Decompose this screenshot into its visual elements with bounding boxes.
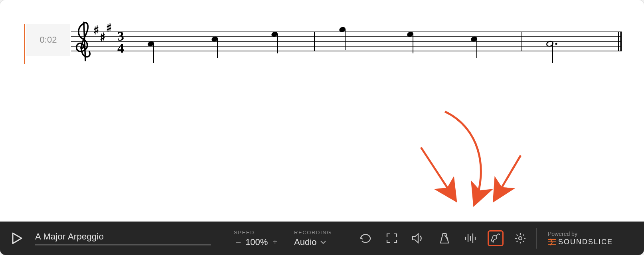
instrument-icon	[490, 232, 501, 245]
chevron-down-icon	[320, 239, 326, 245]
instrument-button[interactable]	[488, 230, 504, 246]
key-signature: ♯ ♯ ♯	[93, 21, 112, 44]
speed-value: 100%	[245, 237, 268, 247]
notation-area: 0:02 ♯ ♯	[24, 12, 628, 76]
svg-line-34	[499, 234, 500, 235]
soundslice-logo-icon	[548, 238, 556, 245]
brand: SOUNDSLICE	[548, 238, 613, 246]
track-title-block: A Major Arpeggio	[35, 231, 211, 245]
speed-label: SPEED	[234, 230, 280, 235]
recording-label: RECORDING	[294, 230, 332, 235]
fullscreen-button[interactable]	[384, 230, 400, 246]
svg-text:♯: ♯	[100, 31, 106, 44]
playhead[interactable]	[24, 24, 25, 64]
play-icon	[12, 232, 22, 244]
settings-button[interactable]	[512, 230, 528, 246]
separator	[536, 228, 537, 249]
brand-name: SOUNDSLICE	[558, 238, 613, 246]
music-staff: ♯ ♯ ♯ 3 4	[71, 16, 622, 72]
svg-text:♯: ♯	[93, 24, 99, 37]
svg-point-35	[519, 237, 522, 240]
waveform-icon	[464, 233, 477, 244]
speed-decrease[interactable]: –	[234, 237, 243, 247]
svg-point-28	[555, 43, 557, 45]
recording-selector[interactable]: RECORDING Audio	[294, 230, 332, 247]
playhead-timecode: 0:02	[26, 24, 70, 56]
waveform-button[interactable]	[463, 230, 479, 246]
metronome-icon	[439, 232, 450, 244]
speed-increase[interactable]: +	[270, 237, 280, 247]
track-title: A Major Arpeggio	[35, 231, 211, 242]
recording-value: Audio	[294, 237, 316, 247]
powered-by-block[interactable]: Powered by SOUNDSLICE	[548, 231, 613, 246]
loop-icon	[359, 233, 372, 244]
volume-icon	[411, 233, 425, 244]
speed-control: SPEED – 100% +	[234, 230, 280, 247]
app-window: 0:02 ♯ ♯	[0, 0, 644, 255]
separator	[347, 228, 347, 249]
volume-button[interactable]	[410, 230, 426, 246]
settings-icon	[514, 232, 527, 245]
fullscreen-icon	[386, 233, 398, 244]
icon-controls	[358, 230, 528, 246]
time-signature: 3 4	[117, 29, 124, 55]
powered-by-label: Powered by	[548, 231, 613, 237]
progress-bar[interactable]	[35, 244, 211, 245]
svg-text:4: 4	[117, 41, 124, 55]
loop-button[interactable]	[358, 230, 373, 246]
player-toolbar: A Major Arpeggio SPEED – 100% + RECORDIN…	[0, 222, 644, 255]
play-button[interactable]	[10, 230, 24, 246]
svg-text:♯: ♯	[106, 21, 112, 34]
metronome-button[interactable]	[437, 230, 452, 246]
